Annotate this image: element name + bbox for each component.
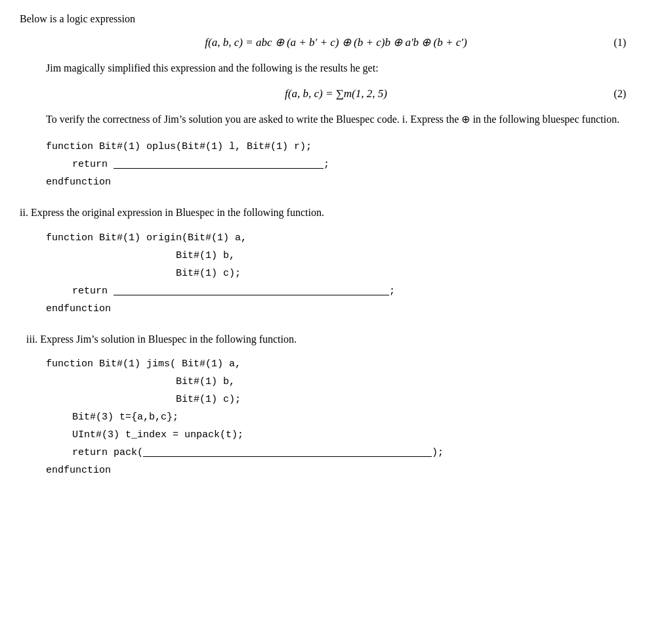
code3-line2: Bit#(1) b, xyxy=(176,373,652,391)
paragraph2-text: To verify the correctness of Jim’s solut… xyxy=(20,111,652,128)
code3-line6: return pack(); xyxy=(72,444,652,462)
intro-text: Below is a logic expression xyxy=(20,13,652,25)
blank1 xyxy=(114,168,324,169)
code2-line5: endfunction xyxy=(46,300,652,318)
equation2-formula: f(a, b, c) = ∑m(1, 2, 5) xyxy=(285,87,387,100)
paragraph1-text: Jim magically simplified this expression… xyxy=(20,60,652,77)
code1-line3: endfunction xyxy=(46,173,652,191)
code2-line2: Bit#(1) b, xyxy=(176,247,652,265)
code3-line3: Bit#(1) c); xyxy=(176,391,652,408)
code1-line1: function Bit#(1) oplus(Bit#(1) l, Bit#(1… xyxy=(46,138,652,156)
code1-line2: return ; xyxy=(72,156,652,173)
code2-line1: function Bit#(1) origin(Bit#(1) a, xyxy=(46,229,652,247)
code3-line4: Bit#(3) t={a,b,c}; xyxy=(72,408,652,426)
code-block-1: function Bit#(1) oplus(Bit#(1) l, Bit#(1… xyxy=(46,138,652,191)
code2-line4: return ; xyxy=(72,282,652,300)
section3-label: iii. Express Jim’s solution in Bluespec … xyxy=(26,331,652,348)
section2-label: ii. Express the original expression in B… xyxy=(20,204,652,221)
code-block-3: function Bit#(1) jims( Bit#(1) a, Bit#(1… xyxy=(46,355,652,479)
equation2-number: (2) xyxy=(614,88,626,100)
code3-line5: UInt#(3) t_index = unpack(t); xyxy=(72,426,652,444)
code3-line1: function Bit#(1) jims( Bit#(1) a, xyxy=(46,355,652,373)
code-block-2: function Bit#(1) origin(Bit#(1) a, Bit#(… xyxy=(46,229,652,318)
equation2-block: f(a, b, c) = ∑m(1, 2, 5) (2) xyxy=(20,87,652,100)
code3-line7: endfunction xyxy=(46,462,652,479)
blank3 xyxy=(143,456,432,457)
blank2 xyxy=(114,295,389,295)
equation1-block: f(a, b, c) = abc ⊕ (a + b′ + c) ⊕ (b + c… xyxy=(20,35,652,49)
equation1-number: (1) xyxy=(614,37,626,49)
code2-line3: Bit#(1) c); xyxy=(176,265,652,282)
equation1-formula: f(a, b, c) = abc ⊕ (a + b′ + c) ⊕ (b + c… xyxy=(205,35,467,49)
